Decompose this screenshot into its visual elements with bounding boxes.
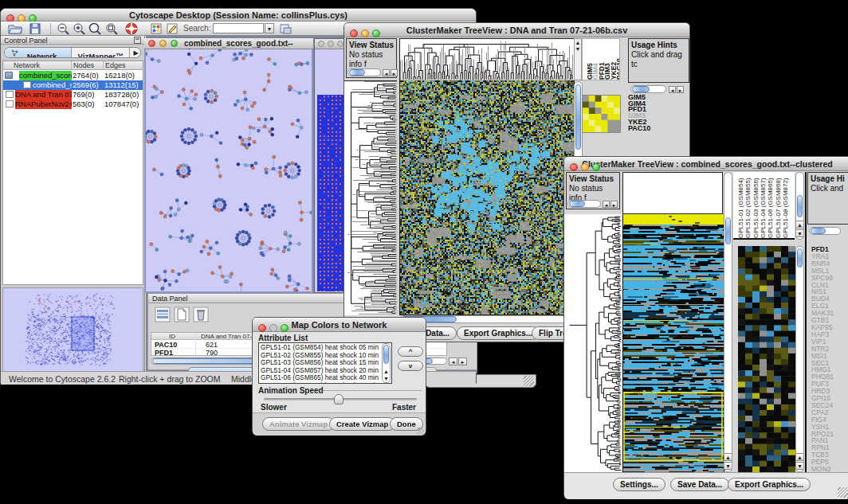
- treeview1-dendro-scroll[interactable]: ▲ ▼: [574, 38, 582, 80]
- network-row[interactable]: RNAPuberNov2+|563(0)107847(0): [3, 100, 143, 109]
- treeview2-row-dendrogram[interactable]: [564, 214, 622, 472]
- column-label: GPL51-02 (GSM855): [744, 178, 752, 238]
- zoom-selected-icon[interactable]: [105, 22, 119, 35]
- status-hint-zoom: Right-click + drag to ZOOM: [119, 374, 221, 384]
- data-panel-title: Data Panel: [152, 295, 188, 303]
- treeview2-minimize-button[interactable]: [581, 163, 589, 171]
- network-view-canvas[interactable]: [146, 49, 312, 291]
- treeview1-mini-heatmap[interactable]: [582, 95, 621, 133]
- move-down-button[interactable]: v: [398, 361, 423, 371]
- treeview2-labels-scrollbar[interactable]: ▲ ▼: [795, 172, 804, 240]
- frame1-close-button[interactable]: [148, 40, 155, 47]
- attribute-select-icon[interactable]: [155, 307, 171, 322]
- frame2-minimize-button[interactable]: [328, 41, 334, 47]
- new-attribute-icon[interactable]: [174, 307, 190, 322]
- data-col-id[interactable]: ID: [169, 333, 175, 340]
- resize-grip[interactable]: [524, 376, 534, 386]
- col-edges[interactable]: Edges: [103, 61, 126, 69]
- vizmapper-icon[interactable]: [151, 23, 162, 34]
- treeview1-column-dendrogram[interactable]: [399, 38, 575, 81]
- col-network[interactable]: Network: [14, 61, 40, 69]
- animation-speed-slider[interactable]: [264, 398, 417, 400]
- treeview1-export-graphics-button[interactable]: Export Graphics...: [457, 326, 540, 340]
- treeview2-status-slider[interactable]: [567, 200, 601, 208]
- treeview2-vscrollbar[interactable]: ▲ ▼: [724, 172, 732, 472]
- network-overview-icon[interactable]: [280, 23, 292, 34]
- network-overview-panel[interactable]: [2, 287, 143, 373]
- treeview1-titlebar[interactable]: ClusterMaker TreeView : DNA and Tran 07-…: [344, 23, 689, 37]
- treeview2-column-dendrogram: [622, 172, 723, 214]
- tabs-overflow-button[interactable]: ▶: [129, 48, 141, 58]
- column-label: GPL51-08 (GSM872): [782, 178, 789, 238]
- tab-network[interactable]: Network: [5, 48, 72, 58]
- attribute-list-item[interactable]: GPL51-07 (GSM868) heat shock 60 min: [261, 382, 390, 384]
- treeview1-hints-slider-left[interactable]: ◂: [669, 86, 676, 93]
- treeview1-minimize-button[interactable]: [361, 29, 369, 37]
- column-label: GPL51-01 (GSM854): [737, 178, 744, 238]
- map-colors-dialog: Map Colors to Network Attribute List GPL…: [252, 317, 426, 435]
- tab-vizmapper[interactable]: VizMapper™: [72, 48, 129, 58]
- treeview2-hints-slider[interactable]: [809, 227, 841, 235]
- treeview1-heatmap[interactable]: [399, 80, 575, 315]
- frame1-minimize-button[interactable]: [159, 40, 167, 47]
- network-row[interactable]: DNA and Tran 07769(0)183728(0): [3, 90, 143, 100]
- treeview1-usage-hints: Usage Hints Click and drag tc: [628, 38, 689, 83]
- frame1-zoom-button[interactable]: [171, 40, 178, 47]
- treeview1-hints-slider-right[interactable]: ▸: [677, 86, 684, 93]
- treeview2-close-button[interactable]: [570, 163, 578, 171]
- attribute-list[interactable]: GPL51-01 (GSM854) heat shock 05 minGPL51…: [258, 342, 392, 384]
- network-frame[interactable]: combined_scores_good.txt--cluste...: [144, 38, 313, 293]
- main-titlebar[interactable]: Cytoscape Desktop (Session Name: collins…: [1, 9, 476, 21]
- gene-label[interactable]: PAC10: [628, 126, 676, 132]
- treeview2-heatmap[interactable]: [622, 214, 724, 472]
- save-icon[interactable]: [29, 23, 41, 34]
- treeview2-settings-button[interactable]: Settings...: [613, 478, 665, 491]
- treeview1-zoom-button[interactable]: [372, 29, 380, 37]
- open-file-icon[interactable]: [8, 23, 22, 34]
- zoom-in-icon[interactable]: [73, 22, 86, 35]
- treeview1-status-slider[interactable]: [347, 68, 381, 76]
- treeview2-status-slider-left[interactable]: ◂: [603, 201, 610, 208]
- search-dropdown-button[interactable]: ▼: [265, 23, 274, 33]
- move-up-button[interactable]: ^: [398, 346, 423, 357]
- treeview2-bottom-bar: Settings... Save Data... Export Graphics…: [564, 472, 848, 499]
- annotation-icon[interactable]: [167, 23, 179, 34]
- scroll-right-button[interactable]: ▸: [458, 357, 467, 365]
- treeview2-mini-scrollbar[interactable]: ▲ ▼: [795, 246, 804, 472]
- treeview1-status-slider-right[interactable]: ▸: [391, 69, 398, 76]
- scroll-left-button[interactable]: ◂: [449, 357, 457, 365]
- treeview2-save-data-button[interactable]: Save Data...: [670, 478, 729, 491]
- map-dialog-close-button[interactable]: [258, 324, 266, 332]
- dialog-resize-grip[interactable]: [417, 428, 424, 435]
- slider-thumb[interactable]: [334, 394, 344, 404]
- treeview2-resize-grip[interactable]: [838, 487, 848, 498]
- treeview2-mini-heatmap[interactable]: [738, 246, 795, 472]
- create-vizmap-button[interactable]: Create Vizmap: [329, 417, 395, 431]
- treeview1-close-button[interactable]: [350, 29, 358, 37]
- network-row[interactable]: combined_scores2764(0)16218(0): [3, 71, 143, 80]
- help-lifesaver-icon[interactable]: [125, 22, 138, 35]
- animate-vizmap-button[interactable]: Animate Vizmap: [262, 417, 335, 431]
- map-dialog-minimize-button[interactable]: [269, 324, 277, 332]
- network-row[interactable]: combined_sco2569(6)13112(15): [3, 80, 143, 90]
- treeview2-titlebar[interactable]: ClusterMaker TreeView : combined_scores_…: [564, 157, 848, 171]
- treeview2-status-slider-right[interactable]: ▸: [610, 201, 618, 208]
- animation-speed-label: Animation Speed: [258, 386, 324, 395]
- treeview1-status-slider-left[interactable]: ◂: [383, 69, 390, 76]
- zoom-out-icon[interactable]: [57, 22, 70, 35]
- zoom-fit-icon[interactable]: [88, 22, 102, 35]
- treeview1-hints-slider[interactable]: [630, 85, 666, 93]
- col-nodes[interactable]: Nodes: [71, 61, 94, 69]
- map-dialog-zoom-button[interactable]: [281, 324, 289, 332]
- frame2-close-button[interactable]: [318, 41, 324, 47]
- delete-attribute-icon[interactable]: [193, 307, 209, 322]
- treeview1-row-dendrogram[interactable]: [344, 80, 397, 315]
- treeview2-gene-list: PFD1YRA1RNR4MSL1SPC98CLN1NIS1BUD4ELG1MAK…: [811, 246, 848, 472]
- frame2-zoom-button[interactable]: [337, 41, 344, 47]
- treeview2-export-graphics-button[interactable]: Export Graphics...: [728, 478, 811, 491]
- attribute-list-label: Attribute List: [258, 334, 308, 342]
- treeview2-zoom-button[interactable]: [592, 163, 600, 171]
- float-panel-icon[interactable]: [134, 37, 141, 44]
- search-input[interactable]: [213, 23, 264, 33]
- attribute-list-scrollbar[interactable]: ▲ ▼: [382, 343, 391, 383]
